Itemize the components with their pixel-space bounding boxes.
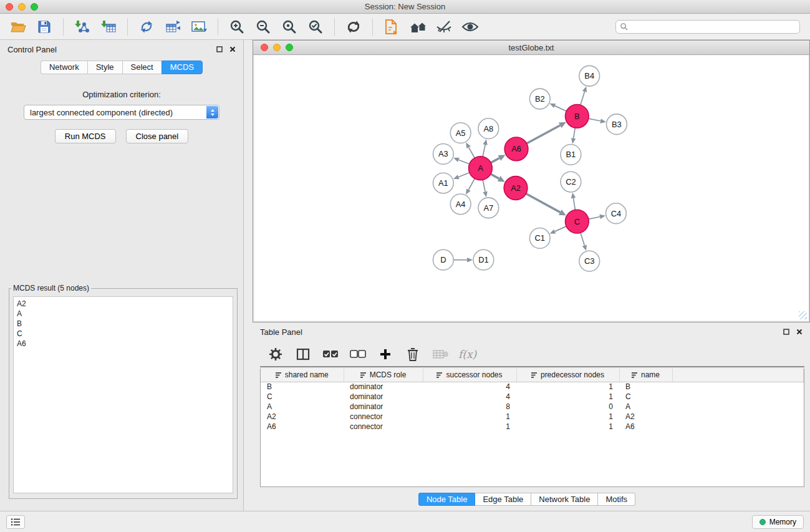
result-item[interactable]: A: [17, 309, 229, 319]
save-session-button[interactable]: [31, 16, 57, 37]
add-row-button[interactable]: [376, 345, 395, 364]
float-table-panel-icon[interactable]: [783, 329, 789, 335]
export-image-button[interactable]: [186, 16, 212, 37]
graph-edge-B-B3[interactable]: [589, 118, 600, 121]
tab-edge-table[interactable]: Edge Table: [475, 493, 531, 506]
control-panel-header: Control Panel: [0, 40, 243, 59]
tab-node-table[interactable]: Node Table: [418, 493, 476, 506]
close-window-button[interactable]: [6, 3, 13, 11]
search-input[interactable]: [630, 22, 796, 31]
refresh-layout-button[interactable]: [340, 16, 367, 37]
network-arrows-button[interactable]: [133, 16, 160, 37]
import-network-button[interactable]: [69, 16, 95, 37]
graph-edge-A2-C[interactable]: [526, 194, 561, 213]
table-row[interactable]: A6connector11A6: [261, 422, 804, 432]
graph-edge-A6-B[interactable]: [527, 125, 561, 143]
graph-edge-A-A5[interactable]: [469, 147, 475, 158]
graph-edge-A-A7[interactable]: [483, 180, 485, 191]
search-box[interactable]: [615, 20, 800, 34]
graph-edge-B-B4[interactable]: [581, 92, 585, 105]
export-network-file-button[interactable]: [378, 16, 405, 37]
network-minimize-button[interactable]: [273, 44, 281, 51]
resize-grip[interactable]: [799, 311, 807, 319]
zoom-out-button[interactable]: [250, 16, 276, 37]
delete-row-button[interactable]: [403, 345, 422, 364]
zoom-out-icon: [255, 19, 271, 35]
graph-node-label: B2: [535, 94, 545, 104]
tab-network-table[interactable]: Network Table: [531, 493, 598, 506]
graph-node-label: D: [440, 255, 446, 264]
table-arrows-button[interactable]: [160, 16, 186, 37]
graph-node-label: A3: [438, 149, 448, 158]
graph-edge-A-A2[interactable]: [491, 174, 499, 178]
tab-motifs[interactable]: Motifs: [598, 493, 635, 506]
table-row[interactable]: Adominator80A: [261, 402, 804, 412]
graph-node-label: B4: [584, 71, 594, 80]
show-columns-button[interactable]: [294, 345, 312, 364]
graph-edge-B-B2[interactable]: [555, 106, 567, 112]
network-close-button[interactable]: [261, 44, 268, 51]
column-header-name[interactable]: name: [619, 369, 672, 382]
graph-edge-C-C2[interactable]: [573, 198, 575, 210]
memory-button[interactable]: Memory: [752, 515, 804, 529]
graph-edge-C-C1[interactable]: [555, 226, 566, 231]
minimize-window-button[interactable]: [18, 3, 26, 11]
function-builder-button[interactable]: f(x): [458, 348, 476, 360]
node-table: shared nameMCDS rolesuccessor nodesprede…: [260, 369, 804, 487]
graph-edge-C-C4[interactable]: [589, 217, 600, 220]
graph-edge-B-B1[interactable]: [574, 128, 576, 138]
deselect-all-button[interactable]: [349, 345, 367, 364]
graph-node-label: A6: [511, 144, 521, 153]
table-settings-button[interactable]: [266, 345, 285, 364]
result-item[interactable]: B: [17, 319, 229, 329]
zoom-selected-button[interactable]: [276, 16, 302, 37]
tab-style[interactable]: Style: [87, 60, 122, 74]
network-zoom-button[interactable]: [286, 44, 293, 51]
run-mcds-button[interactable]: Run MCDS: [55, 129, 116, 143]
result-item[interactable]: A6: [17, 339, 229, 349]
graph-edge-A-A3[interactable]: [458, 160, 469, 164]
graph-edge-C-C3[interactable]: [581, 233, 584, 245]
tab-network[interactable]: Network: [41, 60, 87, 74]
tab-mcds[interactable]: MCDS: [162, 60, 203, 74]
column-header-predecessor-nodes[interactable]: predecessor nodes: [516, 369, 619, 382]
result-item[interactable]: A2: [17, 299, 229, 309]
graph-edge-A-A4[interactable]: [468, 178, 475, 190]
graph-node-label: B3: [612, 120, 622, 129]
column-header-MCDS-role[interactable]: MCDS role: [344, 369, 423, 382]
toolbar-separator: [63, 18, 64, 36]
column-header-successor-nodes[interactable]: successor nodes: [423, 369, 516, 382]
open-session-button[interactable]: [5, 16, 31, 37]
network-graph[interactable]: AA2A6BCA1A3A4A5A7A8B1B2B3B4C1C2C3C4DD1: [254, 56, 808, 321]
zoom-fit-button[interactable]: [302, 16, 329, 37]
sort-icon: [531, 372, 538, 378]
table-row[interactable]: A2connector11A2: [261, 412, 804, 422]
column-header-shared-name[interactable]: shared name: [261, 369, 344, 382]
hide-panels-button[interactable]: [431, 16, 457, 37]
result-item[interactable]: C: [17, 329, 229, 339]
graph-edge-A-A1[interactable]: [458, 173, 470, 177]
home-button[interactable]: [405, 16, 431, 37]
graph-edge-A-A8[interactable]: [483, 145, 485, 157]
zoom-window-button[interactable]: [31, 3, 38, 11]
mcds-result-list[interactable]: A2ABCA6: [13, 296, 233, 493]
close-panel-button[interactable]: Close panel: [126, 129, 189, 143]
network-canvas[interactable]: AA2A6BCA1A3A4A5A7A8B1B2B3B4C1C2C3C4DD1: [254, 56, 808, 321]
graph-edge-A-A6[interactable]: [491, 158, 499, 162]
tab-select[interactable]: Select: [122, 60, 162, 74]
import-table-button[interactable]: [95, 16, 122, 37]
trash-icon: [407, 347, 419, 362]
criterion-dropdown[interactable]: largest connected component (directed): [24, 105, 219, 120]
close-panel-icon[interactable]: [229, 46, 236, 52]
close-table-panel-icon[interactable]: [796, 329, 803, 335]
select-all-button[interactable]: [321, 345, 340, 364]
network-window-title: testGlobe.txt: [509, 43, 554, 52]
settings-gear-icon: [268, 347, 283, 362]
zoom-in-button[interactable]: [224, 16, 250, 37]
table-row[interactable]: Cdominator41C: [261, 392, 804, 402]
show-panels-button[interactable]: [457, 16, 483, 37]
float-panel-icon[interactable]: [216, 46, 223, 52]
window-title: Session: New Session: [365, 2, 445, 11]
task-history-button[interactable]: [6, 515, 25, 529]
table-row[interactable]: Bdominator41B: [261, 382, 804, 392]
